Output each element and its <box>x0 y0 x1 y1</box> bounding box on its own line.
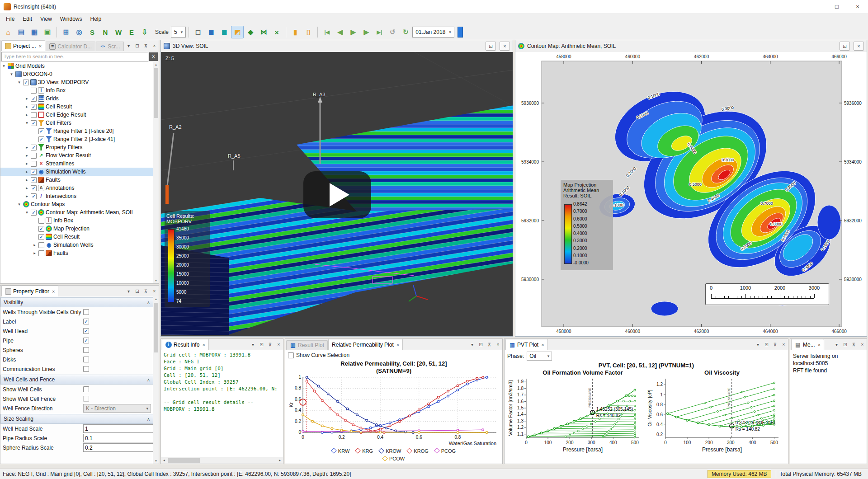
draw-style-surface-button[interactable]: ◼ <box>218 26 231 38</box>
restore-view-button[interactable]: ⊡ <box>486 42 496 51</box>
menu-help[interactable]: Help <box>86 14 106 23</box>
dock-close-button[interactable]: × <box>275 341 283 348</box>
tree-checkbox[interactable]: ✓ <box>31 177 37 183</box>
checkbox-well-head[interactable]: ✓ <box>83 328 89 334</box>
tree-checkbox[interactable]: ✓ <box>31 185 37 191</box>
tree-item-grids[interactable]: ▸✓Grids <box>0 94 153 103</box>
scale-select[interactable]: 5▾ <box>171 27 186 38</box>
draw-style-mesh-button[interactable]: ◻ <box>192 26 204 38</box>
animation-speed-button[interactable]: ↻ <box>399 26 412 38</box>
tile-windows-button[interactable]: ⊞ <box>60 26 72 38</box>
animation-repeat-button[interactable]: ↺ <box>386 26 399 38</box>
menu-edit[interactable]: Edit <box>19 14 36 23</box>
close-view-button[interactable]: × <box>854 42 864 51</box>
tree-item-3d-view-mobporv[interactable]: ▾✓3D View: MOBPORV <box>0 78 153 86</box>
dock-close-button[interactable]: × <box>494 341 502 348</box>
dock-pin-button[interactable]: ⊼ <box>486 341 493 348</box>
show-curve-selection-checkbox[interactable] <box>288 352 294 358</box>
dock-menu-button[interactable]: ▾ <box>754 341 762 348</box>
tree-item-simulation-wells[interactable]: ▸Simulation Wells <box>0 241 153 249</box>
tab-result-info[interactable]: Result Info× <box>162 339 209 350</box>
menu-windows[interactable]: Windows <box>56 14 86 23</box>
tree-checkbox[interactable]: ✓ <box>31 145 37 150</box>
tab-close-button[interactable]: × <box>202 342 205 348</box>
view-south-button[interactable]: S <box>86 26 99 38</box>
tree-checkbox[interactable]: ✓ <box>31 104 37 110</box>
tree-checkbox[interactable] <box>38 250 44 256</box>
phase-select[interactable]: Oil ▾ <box>527 352 552 361</box>
tab-property-editor[interactable]: Property Editor× <box>1 286 58 296</box>
dock-menu-button[interactable]: ▾ <box>125 42 132 50</box>
animation-play-button[interactable]: ▶ <box>347 26 359 38</box>
tree-item-grid-models[interactable]: ▾Grid Models <box>0 62 153 70</box>
maximize-button[interactable]: □ <box>826 0 847 13</box>
legend-item-krog[interactable]: KROG <box>407 448 428 454</box>
minimize-button[interactable]: – <box>806 0 826 13</box>
tree-checkbox[interactable] <box>31 88 37 94</box>
dock-pin-button[interactable]: ⊼ <box>142 287 150 295</box>
tab-result-plot[interactable]: Result Plot <box>286 340 328 350</box>
tree-item-contour-maps[interactable]: ▾Contour Maps <box>0 200 153 208</box>
animation-first-button[interactable]: |◀ <box>321 26 333 38</box>
tree-item-map-projection[interactable]: ✓Map Projection <box>0 225 153 233</box>
tree-item-faults[interactable]: ▸Faults <box>0 249 153 257</box>
show-bottom-dock-button[interactable]: ▯ <box>302 26 315 38</box>
zoom-all-button[interactable]: ◎ <box>73 26 85 38</box>
dock-close-button[interactable]: × <box>859 341 866 348</box>
dock-float-button[interactable]: ⊡ <box>133 42 141 50</box>
dock-menu-button[interactable]: ▾ <box>249 341 257 348</box>
scroll-down-icon[interactable] <box>153 458 159 464</box>
tree-checkbox[interactable]: ✓ <box>31 96 37 102</box>
scroll-thumb[interactable] <box>154 68 158 118</box>
show-well-results-button[interactable]: ⋈ <box>257 26 270 38</box>
show-left-dock-button[interactable]: ▮ <box>289 26 302 38</box>
view-west-button[interactable]: W <box>112 26 125 38</box>
search-clear-button[interactable]: X <box>149 52 158 61</box>
select-well-fence-direction[interactable]: K - Direction▾ <box>83 404 151 413</box>
dock-pin-button[interactable]: ⊼ <box>266 341 274 348</box>
tree-item-flow-vector-result[interactable]: ▸Flow Vector Result <box>0 151 153 160</box>
scroll-thumb[interactable] <box>168 458 200 463</box>
checkbox-label[interactable]: ✓ <box>83 319 89 324</box>
tree-item-cell-edge-result[interactable]: ▸Cell Edge Result <box>0 111 153 119</box>
scroll-up-icon[interactable] <box>153 62 159 67</box>
tree-item-info-box[interactable]: Info Box <box>0 216 153 225</box>
tree-search-input[interactable] <box>1 52 148 61</box>
dock-close-button[interactable]: × <box>780 341 788 348</box>
dock-float-button[interactable]: ⊡ <box>841 341 849 348</box>
checkbox-show-well-cell-fence[interactable] <box>83 396 89 402</box>
view-down-button[interactable]: ⇩ <box>138 26 151 38</box>
dock-float-button[interactable]: ⊡ <box>763 341 770 348</box>
tab-project[interactable]: Project ...× <box>1 40 45 51</box>
tree-item-faults[interactable]: ▸✓Faults <box>0 176 153 184</box>
contour-map-view[interactable]: 4580004580004600004600004620004620004640… <box>515 52 867 336</box>
view-east-button[interactable]: E <box>125 26 138 38</box>
dock-menu-button[interactable]: ▾ <box>468 341 476 348</box>
legend-item-pcog[interactable]: PCOG <box>435 448 456 454</box>
tab-pvt-plot[interactable]: PVT Plot× <box>505 339 548 350</box>
tab-close-button[interactable]: × <box>39 43 42 49</box>
view3d-viewport[interactable]: Z: 5 Cell Results:MOBPORV414803500030000… <box>161 52 513 336</box>
dock-close-button[interactable]: × <box>151 287 158 295</box>
dock-float-button[interactable]: ⊡ <box>477 341 485 348</box>
section-size-scaling[interactable]: Size Scaling∧ <box>0 414 153 424</box>
input-sphere-radius-scale[interactable] <box>83 443 153 452</box>
legend-item-krow[interactable]: KROW <box>379 448 401 454</box>
checkbox-show-well-cells[interactable] <box>83 386 89 392</box>
tree-checkbox[interactable]: ✓ <box>31 169 37 175</box>
scroll-right-icon[interactable] <box>277 457 283 464</box>
video-play-button[interactable] <box>303 171 371 218</box>
input-well-head-scale[interactable] <box>83 424 153 433</box>
legend-item-pcow[interactable]: PCOW <box>383 456 405 461</box>
property-editor-scrollbar[interactable] <box>153 296 159 464</box>
menu-view[interactable]: View <box>36 14 56 23</box>
input-pipe-radius-scale[interactable] <box>83 434 153 442</box>
tree-item-simulation-wells[interactable]: ▸✓Simulation Wells <box>0 168 153 176</box>
tab-close-button[interactable]: × <box>818 342 821 348</box>
tree-item-intersections[interactable]: ▸✓Intersections <box>0 192 153 200</box>
tab-me[interactable]: Me...× <box>791 339 824 350</box>
timestep-select[interactable]: 01.Jan 2018▾ <box>412 27 454 38</box>
tree-item-range-filter-2-j-slice-41[interactable]: ✓Range Filter 2 [J-slice 41] <box>0 135 153 143</box>
dock-menu-button[interactable]: ▾ <box>833 341 840 348</box>
dock-pin-button[interactable]: ⊼ <box>771 341 779 348</box>
